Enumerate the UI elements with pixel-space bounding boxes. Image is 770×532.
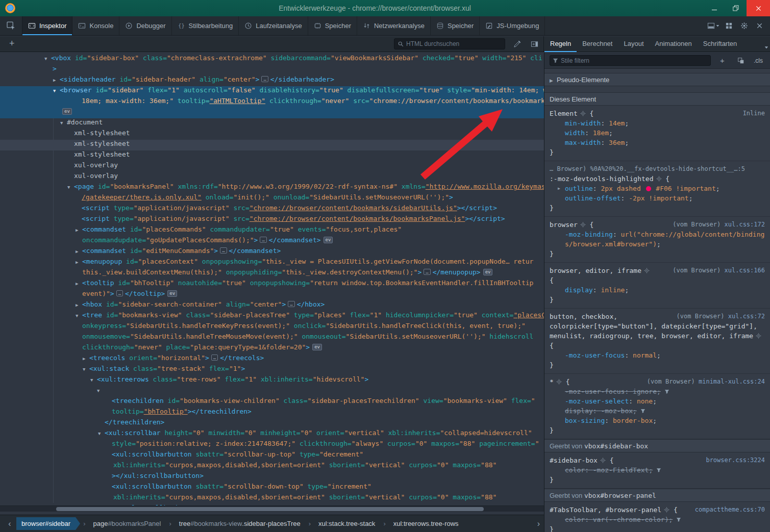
markup-row[interactable]: /gatekeeper/there.is.only.xul" onload="i… — [0, 193, 544, 204]
sidebar-tab-animationen[interactable]: Animationen — [650, 36, 698, 52]
markup-row[interactable]: </treechildren> — [0, 418, 544, 429]
sidebar-tab-layout[interactable]: Layout — [618, 36, 649, 52]
breadcrumb-item[interactable]: tree#bookmarks-view.sidebar-placesTree — [174, 517, 306, 530]
tab-netzwerkanalyse[interactable]: Netzwerkanalyse — [357, 16, 431, 35]
markup-row[interactable]: <script type="application/javascript" sr… — [0, 204, 544, 215]
rule-selector[interactable]: browser, editor, iframe — [550, 267, 641, 274]
css-declaration[interactable]: color: -moz-FieldText; — [550, 465, 765, 475]
pick-element-button[interactable] — [0, 16, 22, 35]
twisty-icon[interactable]: ▼ — [83, 367, 89, 372]
twisty-icon[interactable]: ▶ — [76, 260, 82, 265]
markup-row[interactable]: xml-stylesheet — [0, 129, 544, 140]
tab-js-umgebung[interactable]: JS-Umgebung — [480, 16, 545, 35]
sidebar-tab-schriftarten[interactable]: Schriftarten — [698, 36, 742, 52]
markup-row[interactable]: ▶<commandset id="editMenuCommands">…</co… — [0, 247, 544, 258]
markup-row[interactable]: <xul:scrollbarbutton sbattr="scrollbar-d… — [0, 483, 544, 493]
markup-row[interactable]: ev — [0, 108, 544, 118]
twisty-icon[interactable]: ▼ — [98, 431, 105, 436]
maximize-button[interactable] — [725, 0, 747, 16]
sidebar-tabs-dropdown[interactable] — [764, 42, 768, 52]
twisty-icon[interactable]: ▼ — [60, 120, 67, 125]
rule-source-link[interactable]: xul.css:72 — [728, 313, 765, 320]
markup-row[interactable]: onkeypress="SidebarUtils.handleTreeKeyPr… — [0, 322, 544, 333]
markup-row[interactable]: tooltip="bhTooltip"></treechildren> — [0, 408, 544, 418]
collapsed-inline-badge[interactable]: … — [220, 247, 227, 254]
tab-speicher[interactable]: Speicher — [308, 16, 357, 35]
selector-highlighter-icon[interactable] — [644, 268, 650, 273]
collapsed-inline-badge[interactable]: … — [260, 237, 266, 243]
markup-row[interactable]: oncommandupdate="goUpdatePlacesCommands(… — [0, 236, 544, 247]
twisty-icon[interactable]: ▶ — [76, 249, 82, 254]
overridden-filter-icon[interactable] — [676, 517, 681, 522]
expand-property-icon[interactable]: ▶ — [558, 184, 560, 193]
tab-stilbearbeitung[interactable]: {}Stilbearbeitung — [172, 16, 239, 35]
rule-source-link[interactable]: … Browser) %0A%20%20.__fx-devtools-hide-… — [550, 164, 765, 174]
add-rule-button[interactable]: + — [720, 53, 725, 68]
markup-row[interactable]: ▼<tree id="bookmarks-view" class="sideba… — [0, 311, 544, 322]
breadcrumb-item[interactable]: page#bookmarksPanel — [88, 517, 166, 530]
css-declaration[interactable]: display: -moz-box; — [550, 406, 765, 416]
rule-selector[interactable]: :-moz-devtools-highlighted — [550, 175, 654, 183]
twisty-icon[interactable]: ▼ — [90, 377, 97, 383]
markup-row[interactable]: xml-stylesheet — [0, 140, 544, 150]
event-listeners-badge[interactable]: ev — [483, 269, 493, 275]
selector-highlighter-icon[interactable] — [580, 222, 586, 227]
frames-button[interactable] — [721, 16, 736, 36]
rule-source-link[interactable]: xul.css:172 — [725, 221, 765, 228]
collapsed-inline-badge[interactable]: … — [116, 290, 123, 296]
twisty-icon[interactable]: ▶ — [76, 302, 82, 308]
minimize-button[interactable] — [704, 0, 725, 16]
breadcrumb-item[interactable]: xul:treerows.tree-rows — [388, 517, 464, 530]
twisty-icon[interactable]: ▼ — [53, 88, 60, 93]
close-button[interactable] — [747, 0, 770, 16]
markup-row[interactable]: clickthrough="never" place="place:queryT… — [0, 343, 544, 354]
collapsed-inline-badge[interactable]: … — [261, 76, 268, 82]
css-declaration[interactable]: max-width: 36em; — [550, 138, 765, 147]
markup-row[interactable]: 18em; max-width: 36em;" tooltip="aHTMLTo… — [0, 97, 544, 108]
tab-speicher[interactable]: Speicher — [431, 16, 480, 35]
selector-highlighter-icon[interactable] — [664, 507, 669, 513]
rule-source-link[interactable]: compacttheme.css:70 — [695, 506, 765, 513]
style-filter-input[interactable] — [561, 57, 708, 64]
css-declaration[interactable]: box-sizing: border-box; — [550, 416, 765, 425]
sidebar-tab-berechnet[interactable]: Berechnet — [577, 36, 618, 52]
twisty-icon[interactable]: ▶ — [76, 227, 82, 233]
twisty-icon[interactable]: ▼ — [44, 56, 51, 61]
markup-row[interactable]: ▼#document — [0, 118, 544, 129]
css-declaration[interactable]: color: var(--chrome-color); — [550, 515, 765, 524]
markup-row[interactable]: ▶<hbox id="sidebar-search-container" ali… — [0, 300, 544, 311]
css-declaration[interactable]: display: inline; — [550, 285, 765, 295]
close-toolbox-button[interactable] — [752, 16, 767, 36]
rule-selector[interactable]: #sidebar-box — [550, 457, 598, 464]
settings-button[interactable] — [736, 16, 752, 36]
rule-selector[interactable]: browser — [550, 221, 578, 229]
collapsed-inline-badge[interactable]: … — [424, 269, 430, 275]
markup-row[interactable]: ▼<vbox id="sidebar-box" class="chromecla… — [0, 54, 544, 65]
selector-highlighter-icon[interactable] — [600, 458, 606, 463]
tab-debugger[interactable]: Debugger — [119, 16, 171, 35]
tab-konsole[interactable]: Konsole — [72, 16, 119, 35]
css-declaration[interactable]: ▶outline: 2px dashed #F06 !important; — [550, 184, 765, 193]
rules-section-header[interactable]: Dieses Element — [544, 92, 770, 106]
markup-row[interactable]: ▼<xul:treerows class="tree-rows" flex="1… — [0, 375, 544, 386]
overridden-filter-icon[interactable] — [656, 467, 661, 473]
css-declaration[interactable]: min-width: 14em; — [550, 118, 765, 128]
overridden-filter-icon[interactable] — [664, 389, 669, 394]
markup-row[interactable]: this._view.buildContextMenu(this);" onpo… — [0, 268, 544, 279]
collapsed-inline-badge[interactable]: … — [211, 354, 218, 361]
event-listeners-badge[interactable]: ev — [62, 108, 72, 115]
event-listeners-badge[interactable]: ev — [324, 237, 333, 243]
horizontal-scrollbar[interactable] — [0, 505, 544, 512]
markup-row[interactable]: ▶<tooltip id="bhTooltip" noautohide="tru… — [0, 279, 544, 290]
css-declaration[interactable]: -moz-user-focus: ignore; — [550, 387, 765, 396]
markup-row[interactable]: event)">…</tooltip>ev — [0, 290, 544, 300]
twisty-icon[interactable]: ▶ — [83, 356, 89, 361]
event-listeners-badge[interactable]: ev — [312, 344, 322, 350]
rule-selector[interactable]: #TabsToolbar, #browser-panel — [550, 506, 661, 514]
rule-source-link[interactable]: browser.css:3224 — [706, 457, 765, 464]
breadcrumb-item[interactable]: browser#sidebar — [16, 517, 80, 530]
markup-row[interactable]: > — [0, 65, 544, 75]
overridden-filter-icon[interactable] — [640, 408, 645, 414]
markup-row[interactable]: xbl:inherits="curpos,maxpos,disabled,sbo… — [0, 493, 544, 504]
selector-highlighter-icon[interactable] — [756, 333, 761, 339]
